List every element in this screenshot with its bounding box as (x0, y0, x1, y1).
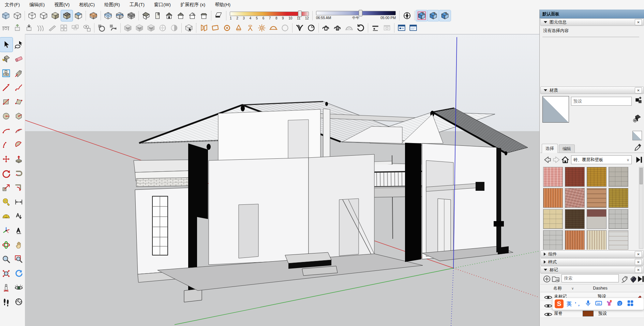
cube-hand-icon[interactable] (183, 22, 195, 33)
tag-search-input[interactable] (561, 274, 619, 282)
select-tool[interactable] (0, 37, 13, 52)
batch-render-window-icon[interactable] (396, 22, 407, 33)
follow-me-tool[interactable] (13, 166, 25, 181)
orbit-tool[interactable] (0, 238, 13, 252)
position-camera-tool[interactable] (0, 281, 13, 295)
view-iso[interactable] (140, 10, 152, 21)
vray-rect-light-icon[interactable] (210, 22, 221, 33)
gray-sphere-icon[interactable] (279, 22, 291, 33)
material-swatch-15[interactable] (587, 230, 606, 250)
paint-bucket-tool[interactable] (0, 52, 13, 66)
shadow-time-slider[interactable]: 06:55 AM中午05:00 PM (316, 11, 396, 20)
sample-paint-swatch[interactable] (632, 131, 642, 140)
3d-text-tool[interactable] (13, 223, 25, 238)
tag-color-swatch[interactable] (583, 311, 594, 316)
vray-sun-light-icon[interactable] (256, 22, 268, 33)
home-icon[interactable] (561, 155, 569, 164)
menu-item-2[interactable]: 编辑(E) (25, 0, 49, 10)
style-wireframe[interactable] (26, 10, 38, 21)
materials-header[interactable]: 材质 ✕ (540, 87, 644, 94)
microphone-icon[interactable] (584, 299, 592, 308)
walk-tool[interactable] (0, 295, 13, 309)
rotate-tool[interactable] (0, 166, 13, 181)
history-clock-icon[interactable] (355, 22, 366, 33)
zoom-window-tool[interactable] (13, 252, 25, 266)
look-around-tool[interactable] (13, 281, 25, 295)
back-arrow-icon[interactable] (543, 155, 551, 164)
tag-tool[interactable] (13, 66, 25, 80)
checker-cube-1-icon[interactable] (122, 22, 134, 33)
add-tag-folder-icon[interactable] (551, 275, 559, 282)
visibility-eye-icon[interactable] (544, 301, 551, 308)
teapot-render-icon[interactable] (320, 22, 332, 33)
style-monochrome[interactable] (73, 10, 84, 21)
move-tool[interactable] (0, 152, 13, 166)
zoom-tool[interactable] (0, 252, 13, 266)
close-icon[interactable]: ✕ (635, 87, 642, 93)
material-swatch-11[interactable] (587, 209, 606, 229)
pie-tool[interactable] (13, 138, 25, 152)
tab-edit[interactable]: 编辑 (559, 144, 575, 153)
material-preview[interactable] (542, 96, 569, 123)
section-compass-tool[interactable] (13, 295, 25, 309)
tags-header[interactable]: 标记 ✕ (540, 266, 644, 274)
eraser-tool[interactable] (13, 52, 25, 66)
material-swatch-6[interactable] (565, 188, 585, 208)
axes-tool[interactable] (0, 223, 13, 238)
two-point-arc-tool[interactable] (0, 123, 13, 138)
menu-item-6[interactable]: 工具(T) (125, 0, 149, 10)
toggle-section-fill[interactable] (125, 10, 137, 21)
material-swatch-10[interactable] (565, 209, 585, 229)
menu-item-8[interactable]: 扩展程序 (x) (176, 0, 210, 10)
create-material-button[interactable] (634, 96, 642, 105)
sogou-logo[interactable]: S (555, 299, 564, 308)
box-down-arrow-icon[interactable] (23, 22, 35, 33)
styles-header[interactable]: 样式 ✕ (540, 258, 644, 266)
material-swatch-16[interactable] (609, 230, 628, 250)
view-top[interactable] (152, 10, 163, 21)
tag-dashes[interactable]: 预设 (598, 311, 622, 316)
render-window-icon[interactable] (407, 22, 419, 33)
entity-info-header[interactable]: 图元信息 ✕ (540, 18, 644, 26)
toggle-section-planes[interactable] (102, 10, 114, 21)
material-swatch-14[interactable] (565, 230, 585, 250)
scene-house-2[interactable] (428, 10, 439, 21)
punctuation-toggle[interactable]: ’， (575, 301, 581, 307)
style-shaded[interactable] (49, 10, 61, 21)
render-sphere-icon[interactable] (305, 22, 317, 33)
make-component-tool[interactable] (0, 66, 13, 80)
material-swatch-5[interactable] (543, 188, 563, 208)
dashes-column-header[interactable]: Dashes (593, 286, 607, 291)
polygon-tool[interactable] (13, 109, 25, 123)
name-column-header[interactable]: 名称 (553, 285, 562, 291)
rectangle-tool[interactable] (0, 95, 13, 109)
gray-dome-icon[interactable] (343, 22, 355, 33)
style-xray[interactable] (0, 10, 12, 21)
material-swatch-1[interactable] (543, 167, 563, 187)
tab-select[interactable]: 选择 (542, 144, 558, 153)
rotated-rectangle-tool[interactable] (13, 95, 25, 109)
menu-item-7[interactable]: 窗口(W) (149, 0, 176, 10)
material-name-field[interactable] (571, 97, 632, 106)
emoji-icon[interactable] (616, 299, 624, 308)
style-shaded-textures[interactable] (61, 10, 73, 21)
style-back-edges[interactable] (12, 10, 23, 21)
materials-scrollbar[interactable] (639, 167, 643, 249)
add-tag-icon[interactable] (542, 275, 550, 282)
push-pull-tool[interactable] (13, 152, 25, 166)
purge-tags-icon[interactable] (628, 275, 636, 282)
shadows-toggle[interactable] (213, 10, 225, 21)
circle-tool[interactable] (0, 109, 13, 123)
text-tool[interactable] (13, 209, 25, 223)
ramp-lines-icon[interactable] (46, 22, 58, 33)
components-header[interactable]: 组件 ✕ (540, 250, 644, 258)
vray-dome-light-icon[interactable] (268, 22, 279, 33)
toolbox-icon[interactable] (627, 299, 634, 308)
close-icon[interactable]: ✕ (635, 267, 642, 273)
tag-pencil-icon[interactable] (621, 275, 628, 282)
freehand-tool[interactable] (13, 80, 25, 95)
material-swatch-13[interactable] (543, 230, 563, 250)
eye-cube-icon[interactable] (81, 22, 93, 33)
menu-item-3[interactable]: 视图(V) (49, 0, 74, 10)
view-right[interactable] (175, 10, 186, 21)
